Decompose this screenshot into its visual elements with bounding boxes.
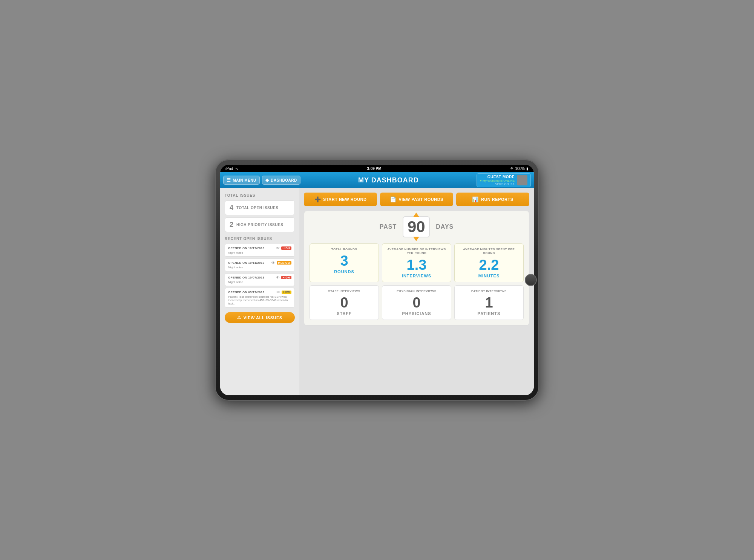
avg-interviews-title: AVERAGE NUMBER OF INTERVIEWS PER ROUND (385, 248, 448, 256)
stat-card-physicians: PHYSICIAN INTERVIEWS 0 PHYSICIANS (382, 285, 451, 320)
guest-mode-label: GUEST MODE (480, 175, 515, 179)
avg-minutes-title: AVERAGE MINUTES SPENT PER ROUND (458, 248, 520, 256)
stat-card-patients: PATIENT INTERVIEWS 1 PATIENTS (454, 285, 524, 320)
run-reports-button[interactable]: 📊 RUN REPORTS (456, 193, 529, 206)
status-bar: iPad ∿ 3:09 PM ☂ 100% ▮ (220, 165, 534, 172)
view-all-label: VIEW ALL ISSUES (244, 315, 282, 320)
issue-row-3[interactable]: OPENED ON 10/07/2013 👁 HIGH Night noise (225, 273, 295, 286)
avg-minutes-unit: MINUTES (458, 274, 520, 278)
patient-interviews-value: 1 (458, 295, 520, 310)
staff-interviews-title: STAFF INTERVIEWS (313, 289, 375, 293)
total-rounds-unit: ROUNDS (313, 269, 375, 274)
header-nav: ☰ MAIN MENU ◆ DASHBOARD (223, 176, 300, 185)
device-screen: iPad ∿ 3:09 PM ☂ 100% ▮ ☰ MAIN MENU (220, 165, 534, 395)
dashboard-icon: ◆ (265, 177, 269, 183)
total-open-label: TOTAL OPEN ISSUES (236, 206, 278, 210)
view-past-rounds-button[interactable]: 📄 VIEW PAST ROUNDS (380, 193, 453, 206)
high-priority-label: HIGH PRIORITY ISSUES (236, 223, 283, 227)
issue-desc-1: Night noise (228, 251, 291, 254)
online-status: ● MyRounding is ONLINE (480, 179, 515, 182)
device-name-label: iPad (225, 167, 233, 171)
physician-interviews-title: PHYSICIAN INTERVIEWS (385, 289, 448, 293)
start-new-round-button[interactable]: ➕ START NEW ROUND (304, 193, 377, 206)
patient-interviews-title: PATIENT INTERVIEWS (458, 289, 520, 293)
high-priority-count: 2 (230, 221, 233, 229)
total-issues-title: TOTAL ISSUES (225, 193, 295, 197)
eye-icon-3: 👁 (276, 275, 280, 280)
total-rounds-title: TOTAL ROUNDS (313, 248, 375, 251)
issue-desc-4: Patient Test Testerson claimed his SSN w… (228, 295, 291, 305)
stat-card-avg-interviews: AVERAGE NUMBER OF INTERVIEWS PER ROUND 1… (382, 243, 451, 282)
issue-row-1[interactable]: OPENED ON 10/17/2013 👁 HIGH Night noise (225, 244, 295, 257)
recent-issues-section: RECENT OPEN ISSUES OPENED ON 10/17/2013 … (225, 237, 295, 308)
days-value: 90 (408, 219, 425, 235)
header: ☰ MAIN MENU ◆ DASHBOARD MY DASHBOARD GUE… (220, 172, 534, 188)
priority-badge-1: HIGH (281, 246, 292, 250)
issue-row-2[interactable]: OPENED ON 10/11/2013 👁 MEDIUM Night nois… (225, 259, 295, 271)
priority-badge-2: MEDIUM (277, 261, 291, 265)
stat-card-staff: STAFF INTERVIEWS 0 STAFF (310, 285, 379, 320)
avg-interviews-unit: INTERVIEWS (385, 274, 448, 278)
issue-desc-2: Night noise (228, 266, 291, 269)
chart-icon: 📊 (472, 196, 479, 202)
main-menu-button[interactable]: ☰ MAIN MENU (223, 176, 260, 185)
page-title: MY DASHBOARD (300, 176, 477, 184)
stat-card-avg-minutes: AVERAGE MINUTES SPENT PER ROUND 2.2 MINU… (454, 243, 524, 282)
physician-interviews-unit: PHYSICIANS (385, 311, 448, 316)
issue-date-3: OPENED ON 10/07/2013 (228, 276, 264, 279)
start-new-round-label: START NEW ROUND (323, 197, 366, 202)
issue-row-header-4: OPENED ON 05/17/2013 👁 LOW (228, 290, 291, 294)
total-open-count: 4 (230, 204, 233, 212)
stats-grid: TOTAL ROUNDS 3 ROUNDS AVERAGE NUMBER OF … (310, 243, 524, 320)
issue-row-header-2: OPENED ON 10/11/2013 👁 MEDIUM (228, 261, 291, 265)
avatar (517, 175, 527, 185)
wifi-icon: ∿ (235, 167, 238, 171)
dashboard-nav-label: DASHBOARD (271, 178, 297, 182)
battery-label: 100% (515, 167, 525, 171)
issue-desc-3: Night noise (228, 280, 291, 284)
eye-icon-1: 👁 (276, 246, 280, 250)
document-icon: 📄 (390, 196, 397, 202)
action-buttons: ➕ START NEW ROUND 📄 VIEW PAST ROUNDS 📊 R… (304, 193, 529, 206)
physician-interviews-value: 0 (385, 295, 448, 310)
time-display: 3:09 PM (367, 167, 382, 171)
arrow-up-icon[interactable] (413, 213, 419, 217)
view-all-issues-button[interactable]: ⚠ VIEW ALL ISSUES (225, 312, 295, 323)
eye-icon-4: 👁 (276, 290, 280, 294)
main-dashboard: ➕ START NEW ROUND 📄 VIEW PAST ROUNDS 📊 R… (299, 188, 534, 395)
bluetooth-icon: ☂ (510, 167, 513, 171)
days-suffix: DAYS (436, 223, 454, 230)
issue-row-4[interactable]: OPENED ON 05/17/2013 👁 LOW Patient Test … (225, 288, 295, 308)
stats-panel: PAST 90 DAYS TOTAL (304, 211, 529, 326)
days-prefix: PAST (380, 223, 397, 230)
dashboard-nav-button[interactable]: ◆ DASHBOARD (262, 176, 300, 185)
screen-content: ☰ MAIN MENU ◆ DASHBOARD MY DASHBOARD GUE… (220, 172, 534, 395)
staff-interviews-value: 0 (313, 295, 375, 310)
recent-issues-title: RECENT OPEN ISSUES (225, 237, 295, 241)
version-label: VERSION: 2.1 (480, 182, 515, 186)
issue-date-1: OPENED ON 10/17/2013 (228, 246, 264, 250)
alert-icon: ⚠ (237, 315, 241, 320)
ipad-device: iPad ∿ 3:09 PM ☂ 100% ▮ ☰ MAIN MENU (215, 159, 539, 401)
guest-info: GUEST MODE ● MyRounding is ONLINE VERSIO… (480, 175, 515, 186)
patient-interviews-unit: PATIENTS (458, 311, 520, 316)
priority-badge-4: LOW (282, 291, 291, 294)
view-past-rounds-label: VIEW PAST ROUNDS (399, 197, 443, 202)
total-rounds-value: 3 (313, 254, 375, 268)
sidebar: TOTAL ISSUES 4 TOTAL OPEN ISSUES 2 HIGH … (220, 188, 299, 395)
run-reports-label: RUN REPORTS (481, 197, 513, 202)
guest-mode-panel: GUEST MODE ● MyRounding is ONLINE VERSIO… (477, 173, 531, 187)
avg-interviews-value: 1.3 (385, 258, 448, 272)
arrow-down-icon[interactable] (413, 237, 419, 241)
avg-minutes-value: 2.2 (458, 258, 520, 272)
total-open-issues-box: 4 TOTAL OPEN ISSUES (225, 200, 295, 215)
home-button[interactable] (525, 274, 537, 286)
days-number-box[interactable]: 90 (403, 216, 430, 237)
days-selector: PAST 90 DAYS (310, 216, 524, 237)
issue-date-2: OPENED ON 10/11/2013 (228, 261, 264, 265)
high-priority-issues-box: 2 HIGH PRIORITY ISSUES (225, 217, 295, 232)
content-area: TOTAL ISSUES 4 TOTAL OPEN ISSUES 2 HIGH … (220, 188, 534, 395)
main-menu-label: MAIN MENU (233, 178, 256, 182)
battery-icon: ▮ (526, 167, 529, 171)
eye-icon-2: 👁 (271, 261, 275, 265)
